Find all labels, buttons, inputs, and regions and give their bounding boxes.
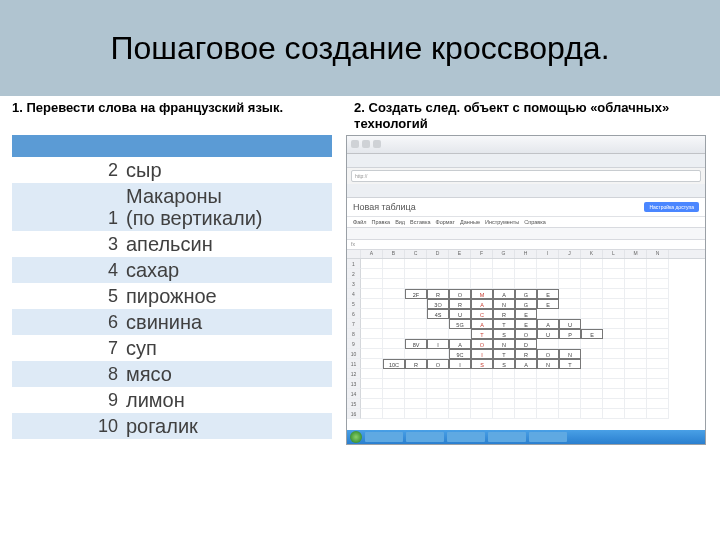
menu-item[interactable]: Формат [436, 219, 456, 225]
grid-cell [471, 379, 493, 389]
grid-cell [449, 369, 471, 379]
grid-cell [383, 299, 405, 309]
taskbar-item [447, 432, 485, 442]
formula-bar: fx [347, 240, 705, 250]
menu-item[interactable]: Вставка [410, 219, 430, 225]
grid-cell [361, 299, 383, 309]
grid-cell [647, 289, 669, 299]
grid-cell [427, 389, 449, 399]
grid-cell: E [515, 309, 537, 319]
grid-cell [471, 389, 493, 399]
grid-cell [581, 369, 603, 379]
grid-cell [383, 269, 405, 279]
grid-cell [603, 339, 625, 349]
col-header: B [383, 250, 405, 258]
menu-bar: ФайлПравкаВидВставкаФорматДанныеИнструме… [347, 217, 705, 228]
grid-cell [559, 299, 581, 309]
grid-cell [559, 399, 581, 409]
grid-cell [581, 409, 603, 419]
grid-cell [405, 269, 427, 279]
grid-cell: M [471, 289, 493, 299]
word-text: пирожное [122, 283, 332, 309]
grid-cell: N [493, 339, 515, 349]
row-header: 16 [347, 409, 361, 419]
grid-cell [625, 319, 647, 329]
grid-cell [361, 359, 383, 369]
grid-cell: O [427, 359, 449, 369]
row-header: 7 [347, 319, 361, 329]
grid-cell [537, 369, 559, 379]
grid-cell [603, 309, 625, 319]
grid-cell: N [493, 299, 515, 309]
menu-item[interactable]: Файл [353, 219, 367, 225]
grid-cell [493, 379, 515, 389]
grid-row: 98VIAOND [347, 339, 705, 349]
table-row: 8мясо [12, 361, 332, 387]
grid-cell [361, 349, 383, 359]
grid-row: 2 [347, 269, 705, 279]
grid-cell [515, 279, 537, 289]
grid-cell [383, 379, 405, 389]
menu-item[interactable]: Правка [372, 219, 391, 225]
grid-cell [383, 289, 405, 299]
slide-title: Пошаговое создание кроссворда. [110, 30, 609, 67]
share-button[interactable]: Настройка доступа [644, 202, 699, 212]
grid-cell: T [471, 329, 493, 339]
grid-cell [647, 259, 669, 269]
menu-item[interactable]: Данные [460, 219, 480, 225]
grid-cell [581, 399, 603, 409]
grid-cell [581, 339, 603, 349]
grid-cell [581, 289, 603, 299]
grid-cell [647, 359, 669, 369]
row-header: 1 [347, 259, 361, 269]
doc-header: Новая таблица Настройка доступа [347, 198, 705, 217]
menu-item[interactable]: Инструменты [485, 219, 519, 225]
grid-cell [647, 399, 669, 409]
grid-cell [471, 279, 493, 289]
grid-cell [559, 379, 581, 389]
grid-row: 109CITRON [347, 349, 705, 359]
grid-cell [581, 379, 603, 389]
grid-cell [537, 259, 559, 269]
grid-row: 64SUCRE [347, 309, 705, 319]
window-button [373, 140, 381, 148]
grid-cell [515, 389, 537, 399]
grid-cell [581, 259, 603, 269]
grid-cell: N [559, 349, 581, 359]
browser-url-bar: http:// [351, 170, 701, 182]
grid-cell [581, 349, 603, 359]
row-header: 6 [347, 309, 361, 319]
browser-tabs [347, 184, 705, 198]
toolbar-icons [347, 228, 705, 240]
grid-cell [647, 329, 669, 339]
grid-cell: 10C [383, 359, 405, 369]
grid-cell [625, 339, 647, 349]
grid-cell [647, 279, 669, 289]
grid-cell: G [515, 299, 537, 309]
grid-cell [581, 269, 603, 279]
col-header: D [427, 250, 449, 258]
grid-cell [449, 389, 471, 399]
grid-cell [625, 299, 647, 309]
grid-cell: S [493, 359, 515, 369]
grid-cell [361, 409, 383, 419]
grid-cell [449, 409, 471, 419]
col-header: H [515, 250, 537, 258]
grid-cell [625, 289, 647, 299]
grid-cell [405, 349, 427, 359]
grid-cell [361, 289, 383, 299]
grid-cell [427, 269, 449, 279]
browser-toolbar [347, 154, 705, 168]
menu-item[interactable]: Вид [395, 219, 405, 225]
word-text: свинина [122, 309, 332, 335]
grid-row: 1110CROISSANT [347, 359, 705, 369]
grid-cell: 8V [405, 339, 427, 349]
taskbar-item [406, 432, 444, 442]
grid-cell [405, 299, 427, 309]
doc-title: Новая таблица [353, 202, 416, 212]
grid-cell [405, 379, 427, 389]
menu-item[interactable]: Справка [524, 219, 546, 225]
word-list-column: 2сыр1Макароны(по вертикали)3апельсин4сах… [12, 135, 332, 445]
grid-cell [383, 399, 405, 409]
grid-cell [603, 279, 625, 289]
